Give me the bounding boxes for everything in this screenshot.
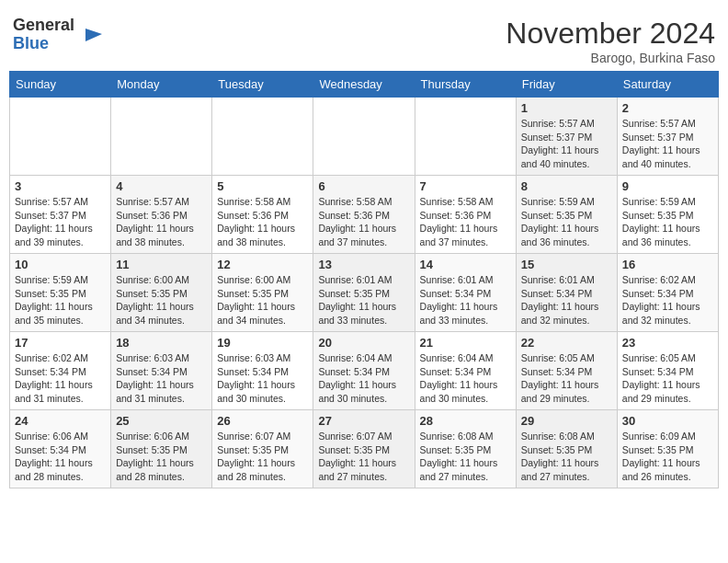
day-info: Sunrise: 5:58 AM Sunset: 5:36 PM Dayligh… bbox=[420, 195, 511, 249]
day-cell: 13Sunrise: 6:01 AM Sunset: 5:35 PM Dayli… bbox=[313, 254, 415, 332]
week-row-2: 3Sunrise: 5:57 AM Sunset: 5:37 PM Daylig… bbox=[10, 176, 719, 254]
day-cell: 27Sunrise: 6:07 AM Sunset: 5:35 PM Dayli… bbox=[313, 410, 415, 488]
weekday-header-friday: Friday bbox=[516, 72, 617, 98]
svg-marker-0 bbox=[85, 29, 102, 41]
day-info: Sunrise: 6:08 AM Sunset: 5:35 PM Dayligh… bbox=[420, 430, 511, 484]
day-info: Sunrise: 6:03 AM Sunset: 5:34 PM Dayligh… bbox=[116, 351, 207, 406]
day-number: 12 bbox=[217, 258, 308, 271]
calendar-table: SundayMondayTuesdayWednesdayThursdayFrid… bbox=[9, 71, 719, 488]
day-number: 26 bbox=[217, 414, 308, 428]
day-number: 16 bbox=[622, 258, 713, 271]
day-number: 25 bbox=[116, 414, 207, 428]
day-cell bbox=[415, 98, 516, 176]
day-info: Sunrise: 5:58 AM Sunset: 5:36 PM Dayligh… bbox=[318, 195, 409, 249]
day-cell: 30Sunrise: 6:09 AM Sunset: 5:35 PM Dayli… bbox=[617, 410, 718, 488]
day-info: Sunrise: 6:01 AM Sunset: 5:34 PM Dayligh… bbox=[521, 273, 612, 327]
day-info: Sunrise: 6:06 AM Sunset: 5:35 PM Dayligh… bbox=[116, 430, 207, 484]
day-cell: 11Sunrise: 6:00 AM Sunset: 5:35 PM Dayli… bbox=[111, 254, 212, 332]
day-cell: 12Sunrise: 6:00 AM Sunset: 5:35 PM Dayli… bbox=[212, 254, 313, 332]
day-number: 7 bbox=[420, 179, 511, 193]
day-info: Sunrise: 5:57 AM Sunset: 5:37 PM Dayligh… bbox=[622, 117, 713, 171]
day-number: 11 bbox=[116, 258, 207, 271]
day-cell bbox=[10, 98, 111, 176]
day-info: Sunrise: 6:03 AM Sunset: 5:34 PM Dayligh… bbox=[217, 351, 308, 406]
day-cell: 21Sunrise: 6:04 AM Sunset: 5:34 PM Dayli… bbox=[415, 332, 516, 410]
day-number: 1 bbox=[521, 101, 612, 115]
day-cell: 15Sunrise: 6:01 AM Sunset: 5:34 PM Dayli… bbox=[516, 254, 617, 332]
day-info: Sunrise: 6:04 AM Sunset: 5:34 PM Dayligh… bbox=[420, 351, 511, 406]
day-cell: 25Sunrise: 6:06 AM Sunset: 5:35 PM Dayli… bbox=[111, 410, 212, 488]
day-number: 19 bbox=[217, 336, 308, 350]
weekday-header-wednesday: Wednesday bbox=[313, 72, 415, 98]
day-cell: 20Sunrise: 6:04 AM Sunset: 5:34 PM Dayli… bbox=[313, 332, 415, 410]
day-number: 30 bbox=[622, 414, 713, 428]
day-number: 24 bbox=[15, 414, 106, 428]
day-cell: 3Sunrise: 5:57 AM Sunset: 5:37 PM Daylig… bbox=[10, 176, 111, 254]
logo-general-text: General bbox=[13, 16, 74, 34]
day-number: 13 bbox=[318, 258, 409, 271]
day-number: 9 bbox=[622, 179, 713, 193]
day-cell: 4Sunrise: 5:57 AM Sunset: 5:36 PM Daylig… bbox=[111, 176, 212, 254]
day-number: 15 bbox=[521, 258, 612, 271]
day-info: Sunrise: 6:07 AM Sunset: 5:35 PM Dayligh… bbox=[318, 430, 409, 484]
day-info: Sunrise: 6:07 AM Sunset: 5:35 PM Dayligh… bbox=[217, 430, 308, 484]
day-number: 6 bbox=[318, 179, 409, 193]
day-cell: 2Sunrise: 5:57 AM Sunset: 5:37 PM Daylig… bbox=[617, 98, 718, 176]
weekday-header-saturday: Saturday bbox=[617, 72, 718, 98]
logo-icon bbox=[76, 21, 104, 49]
day-number: 4 bbox=[116, 179, 207, 193]
day-number: 14 bbox=[420, 258, 511, 271]
day-cell: 10Sunrise: 5:59 AM Sunset: 5:35 PM Dayli… bbox=[10, 254, 111, 332]
day-cell: 22Sunrise: 6:05 AM Sunset: 5:34 PM Dayli… bbox=[516, 332, 617, 410]
day-cell: 16Sunrise: 6:02 AM Sunset: 5:34 PM Dayli… bbox=[617, 254, 718, 332]
day-number: 23 bbox=[622, 336, 713, 350]
logo-blue-text: Blue bbox=[13, 34, 49, 52]
day-number: 2 bbox=[622, 101, 713, 115]
month-title: November 2024 bbox=[506, 17, 715, 51]
day-info: Sunrise: 6:05 AM Sunset: 5:34 PM Dayligh… bbox=[622, 351, 713, 406]
day-cell bbox=[212, 98, 313, 176]
day-info: Sunrise: 6:00 AM Sunset: 5:35 PM Dayligh… bbox=[116, 273, 207, 327]
weekday-header-tuesday: Tuesday bbox=[212, 72, 313, 98]
day-cell: 28Sunrise: 6:08 AM Sunset: 5:35 PM Dayli… bbox=[415, 410, 516, 488]
day-info: Sunrise: 5:57 AM Sunset: 5:36 PM Dayligh… bbox=[116, 195, 207, 249]
title-block: November 2024 Barogo, Burkina Faso bbox=[506, 17, 715, 65]
day-cell: 9Sunrise: 5:59 AM Sunset: 5:35 PM Daylig… bbox=[617, 176, 718, 254]
day-info: Sunrise: 6:01 AM Sunset: 5:35 PM Dayligh… bbox=[318, 273, 409, 327]
weekday-header-monday: Monday bbox=[111, 72, 212, 98]
day-info: Sunrise: 6:00 AM Sunset: 5:35 PM Dayligh… bbox=[217, 273, 308, 327]
day-info: Sunrise: 5:59 AM Sunset: 5:35 PM Dayligh… bbox=[521, 195, 612, 249]
location: Barogo, Burkina Faso bbox=[506, 51, 715, 65]
page-header: General Blue November 2024 Barogo, Burki… bbox=[9, 9, 719, 71]
week-row-3: 10Sunrise: 5:59 AM Sunset: 5:35 PM Dayli… bbox=[10, 254, 719, 332]
weekday-header-thursday: Thursday bbox=[415, 72, 516, 98]
day-cell bbox=[111, 98, 212, 176]
day-cell: 19Sunrise: 6:03 AM Sunset: 5:34 PM Dayli… bbox=[212, 332, 313, 410]
day-info: Sunrise: 6:02 AM Sunset: 5:34 PM Dayligh… bbox=[15, 351, 106, 406]
day-number: 20 bbox=[318, 336, 409, 350]
day-number: 28 bbox=[420, 414, 511, 428]
day-cell: 18Sunrise: 6:03 AM Sunset: 5:34 PM Dayli… bbox=[111, 332, 212, 410]
day-cell: 7Sunrise: 5:58 AM Sunset: 5:36 PM Daylig… bbox=[415, 176, 516, 254]
day-info: Sunrise: 6:09 AM Sunset: 5:35 PM Dayligh… bbox=[622, 430, 713, 484]
day-info: Sunrise: 5:57 AM Sunset: 5:37 PM Dayligh… bbox=[15, 195, 106, 249]
day-cell bbox=[313, 98, 415, 176]
day-info: Sunrise: 6:01 AM Sunset: 5:34 PM Dayligh… bbox=[420, 273, 511, 327]
day-number: 17 bbox=[15, 336, 106, 350]
day-number: 18 bbox=[116, 336, 207, 350]
day-info: Sunrise: 5:57 AM Sunset: 5:37 PM Dayligh… bbox=[521, 117, 612, 171]
day-info: Sunrise: 5:59 AM Sunset: 5:35 PM Dayligh… bbox=[15, 273, 106, 327]
day-cell: 14Sunrise: 6:01 AM Sunset: 5:34 PM Dayli… bbox=[415, 254, 516, 332]
weekday-header-row: SundayMondayTuesdayWednesdayThursdayFrid… bbox=[10, 72, 719, 98]
logo: General Blue bbox=[13, 17, 104, 53]
week-row-4: 17Sunrise: 6:02 AM Sunset: 5:34 PM Dayli… bbox=[10, 332, 719, 410]
day-number: 27 bbox=[318, 414, 409, 428]
day-info: Sunrise: 6:06 AM Sunset: 5:34 PM Dayligh… bbox=[15, 430, 106, 484]
week-row-1: 1Sunrise: 5:57 AM Sunset: 5:37 PM Daylig… bbox=[10, 98, 719, 176]
day-cell: 29Sunrise: 6:08 AM Sunset: 5:35 PM Dayli… bbox=[516, 410, 617, 488]
day-number: 5 bbox=[217, 179, 308, 193]
day-cell: 8Sunrise: 5:59 AM Sunset: 5:35 PM Daylig… bbox=[516, 176, 617, 254]
day-number: 3 bbox=[15, 179, 106, 193]
day-info: Sunrise: 6:04 AM Sunset: 5:34 PM Dayligh… bbox=[318, 351, 409, 406]
day-info: Sunrise: 6:02 AM Sunset: 5:34 PM Dayligh… bbox=[622, 273, 713, 327]
